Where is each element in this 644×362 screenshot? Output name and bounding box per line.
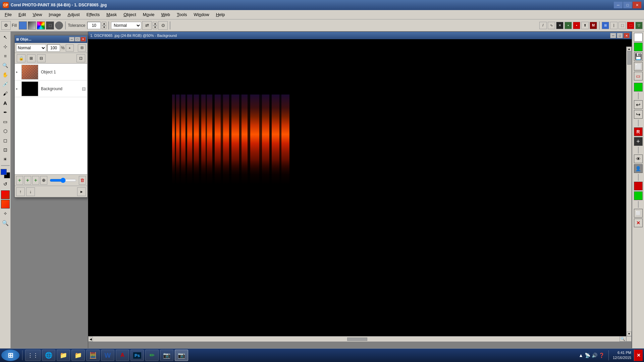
systray-network[interactable]: 📡 — [585, 353, 590, 358]
taskbar-quick-launch[interactable]: ⋮⋮ — [25, 350, 41, 361]
tool-clone[interactable]: ⊡ — [1, 145, 10, 154]
menu-effects[interactable]: Effects — [83, 11, 103, 18]
panel-move-up-btn[interactable]: ↑ — [16, 187, 25, 196]
panel-add-obj-btn[interactable]: + — [16, 176, 23, 185]
tool-transform[interactable]: ⊹ — [1, 42, 10, 51]
hscroll-left-btn[interactable]: ◀ — [88, 337, 93, 342]
systray-help[interactable]: ❓ — [599, 353, 604, 358]
foreground-color-swatch[interactable] — [1, 169, 7, 175]
maximize-button[interactable]: □ — [623, 2, 632, 8]
swap-btn[interactable]: ⇄ — [142, 21, 152, 30]
menu-movie[interactable]: Movie — [140, 11, 158, 18]
acrobat-taskbar-btn[interactable]: A — [116, 350, 129, 361]
panel-opacity-add[interactable]: + — [66, 44, 74, 52]
panel-slider[interactable] — [50, 178, 76, 183]
right-red-swatch[interactable] — [634, 182, 643, 190]
fill-color-secondary[interactable] — [28, 21, 36, 29]
tool-right-11[interactable]: ⬚ — [627, 22, 634, 29]
tool-paint[interactable]: 🖌 — [1, 89, 10, 98]
panel-titlebar[interactable]: ⊞ Obje... ─ □ ✕ — [15, 36, 87, 43]
canvas-hscroll[interactable]: ◀ ▶ — [88, 336, 626, 342]
tool-extra-1[interactable]: ✧ — [1, 209, 10, 218]
systray-audio[interactable]: 🔊 — [592, 353, 597, 358]
vscroll-up-btn[interactable]: ▲ — [627, 47, 632, 51]
tool1-taskbar-btn[interactable]: ✏ — [145, 350, 159, 361]
mode-up[interactable]: ▲ — [153, 22, 157, 25]
start-button[interactable]: ⊞ — [1, 350, 19, 361]
tool-right-9[interactable]: | — [610, 22, 618, 29]
minimize-button[interactable]: ─ — [614, 2, 623, 8]
fill-color-quad[interactable]: ⬚ — [46, 21, 54, 29]
tool-rectangle[interactable]: ▭ — [1, 117, 10, 126]
canvas-minimize-btn[interactable]: ─ — [610, 33, 616, 38]
tool-right-3[interactable]: ✕ — [556, 22, 564, 29]
panel-blend-mode[interactable]: Normal Add Multiply — [16, 44, 46, 52]
redo-btn[interactable]: ↪ — [634, 110, 643, 119]
tool-eraser[interactable]: ◻ — [1, 136, 10, 145]
vscroll-track[interactable] — [627, 51, 632, 331]
right-layer-icon[interactable]: ⬜ — [634, 62, 643, 71]
camera2-taskbar-btn[interactable]: 📷 — [175, 350, 188, 361]
calc-taskbar-btn[interactable]: 🧮 — [86, 350, 100, 361]
right-x-btn[interactable]: ✕ — [634, 219, 643, 227]
right-plus-btn[interactable]: + — [634, 137, 643, 146]
canvas-close-btn[interactable]: ✕ — [624, 33, 630, 38]
panel-opacity-input[interactable] — [47, 44, 60, 52]
menu-adjust[interactable]: Adjust — [64, 11, 83, 18]
systray-expand[interactable]: ▲ — [579, 353, 583, 358]
tool-right-7[interactable]: M — [590, 22, 597, 29]
panel-move-down-btn[interactable]: ↓ — [26, 187, 35, 196]
tolerance-input[interactable] — [87, 22, 101, 29]
tool-right-12[interactable]: ▽ — [635, 22, 643, 29]
canvas-maximize-btn[interactable]: □ — [617, 33, 623, 38]
panel-close-btn[interactable]: ✕ — [80, 37, 86, 42]
menu-mask[interactable]: Mask — [103, 11, 120, 18]
mode-spinner[interactable]: ▲ ▼ — [153, 22, 157, 29]
filemanager-taskbar-btn[interactable]: 📁 — [71, 350, 85, 361]
tool-right-8[interactable]: ⊞ — [602, 22, 609, 29]
right-save-icon[interactable]: 💾 — [634, 52, 643, 61]
zoom-indicator[interactable]: 🔍 — [620, 336, 626, 342]
red-color-btn[interactable] — [1, 190, 10, 199]
panel-minimize-btn[interactable]: ─ — [69, 37, 74, 42]
right-green-swatch-2[interactable] — [634, 83, 643, 92]
menu-image[interactable]: Image — [45, 11, 64, 18]
fill-color-primary[interactable] — [19, 21, 27, 29]
canvas-vscroll[interactable]: ▲ ▼ — [626, 47, 632, 336]
panel-add-obj2-btn[interactable]: + — [24, 176, 31, 185]
orange-red-btn[interactable] — [1, 200, 10, 208]
fill-tool-btn[interactable]: ⊙ — [158, 21, 168, 30]
vscroll-down-btn[interactable]: ▼ — [627, 331, 632, 336]
tolerance-spinner[interactable]: ▲ ▼ — [102, 22, 106, 29]
panel-lock-btn[interactable]: 🔒 — [17, 54, 25, 62]
panel-group-btn[interactable]: ⊞ — [27, 54, 36, 62]
hscroll-track[interactable] — [94, 337, 621, 341]
tool-zoom[interactable]: 🔍 — [1, 61, 10, 70]
panel-extra-btn[interactable]: ⊡ — [76, 54, 85, 62]
right-eye-btn[interactable]: 👁 — [634, 155, 643, 163]
menu-window[interactable]: Window — [190, 11, 212, 18]
taskbar-clock[interactable]: 6:41 PM 12/16/2015 — [613, 350, 631, 361]
fill-style-btn[interactable] — [55, 21, 63, 29]
menu-web[interactable]: Web — [158, 11, 174, 18]
menu-file[interactable]: File — [1, 11, 15, 18]
layer-item-background[interactable]: ▸ Background ⊟ — [15, 80, 87, 97]
panel-right-btn[interactable]: ▸ — [77, 187, 86, 196]
tolerance-down[interactable]: ▼ — [102, 25, 106, 29]
tool-fill[interactable]: ⬡ — [1, 127, 10, 135]
tolerance-up[interactable]: ▲ — [102, 22, 106, 25]
tool-zoom-main[interactable]: 🔍 — [1, 219, 10, 227]
tool-right-2[interactable]: ∿ — [548, 22, 555, 29]
menu-tools[interactable]: Tools — [173, 11, 190, 18]
canvas-body[interactable]: ▲ ▼ ◀ ▶ 🔍 — [88, 39, 632, 342]
tool-right-6[interactable]: ⬆ — [581, 22, 589, 29]
reset-colors-icon[interactable]: ↺ — [1, 180, 10, 188]
right-person-btn[interactable]: 👤 — [634, 164, 643, 173]
tool-pointer[interactable]: ↖ — [1, 33, 10, 42]
panel-delete-btn[interactable]: 🗑 — [79, 176, 86, 185]
tool-right-5[interactable]: ▪ — [573, 22, 580, 29]
right-green-swatch-3[interactable] — [634, 191, 643, 200]
explorer-taskbar-btn[interactable]: 📁 — [57, 350, 70, 361]
right-red-rect[interactable]: ▭ — [634, 72, 643, 80]
undo-btn[interactable]: ↩ — [634, 100, 643, 109]
